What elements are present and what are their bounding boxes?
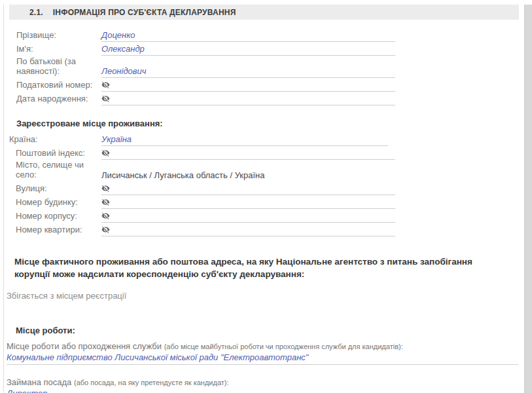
field-row-country: Країна: Україна xyxy=(7,132,519,146)
eye-slash-icon xyxy=(101,94,110,103)
field-value-hidden xyxy=(101,92,395,105)
workplace-heading: Місце роботи: xyxy=(7,326,519,336)
field-value-hidden xyxy=(101,223,395,236)
field-label: По батькові (за наявності): xyxy=(16,56,101,78)
field-row-apartment: Номер квартири: xyxy=(7,223,519,236)
section-number: 2.1. xyxy=(29,8,43,17)
subject-fields-block: Прізвище: Доценко Ім'я: Олександр По бат… xyxy=(7,28,519,105)
field-row-tax-number: Податковий номер: xyxy=(7,78,519,92)
field-row-name: Ім'я: Олександр xyxy=(7,42,519,56)
field-row-patronymic: По батькові (за наявності): Леонідович xyxy=(7,56,519,78)
section-content: 2.1. ІНФОРМАЦІЯ ПРО СУБ'ЄКТА ДЕКЛАРУВАНН… xyxy=(7,5,519,393)
employer-label: Місце роботи або проходження служби (або… xyxy=(7,341,519,351)
field-row-birth-date: Дата народження: xyxy=(7,92,519,105)
field-label: Ім'я: xyxy=(16,44,101,56)
field-label: Номер корпусу: xyxy=(16,211,101,223)
eye-slash-icon xyxy=(101,81,110,89)
employer-value: Комунальне підприємство Лисичанської міс… xyxy=(7,352,518,365)
field-value: Лисичанськ / Луганська область / Україна xyxy=(101,169,264,181)
field-label: Країна: xyxy=(9,134,101,146)
page-left-border xyxy=(3,5,4,393)
eye-slash-icon xyxy=(101,149,110,157)
field-label: Поштовий індекс: xyxy=(16,148,101,160)
field-value: Україна xyxy=(101,133,388,146)
field-value: Леонідович xyxy=(101,65,395,78)
mailing-address-statement: Місце фактичного проживання або поштова … xyxy=(14,256,510,280)
eye-slash-icon xyxy=(101,198,110,206)
declaration-subject-section: 2.1. ІНФОРМАЦІЯ ПРО СУБ'ЄКТА ДЕКЛАРУВАНН… xyxy=(0,5,532,393)
field-label: Номер будинку: xyxy=(16,197,101,209)
position-value: Директор xyxy=(7,388,518,393)
registered-residence-heading: Зареєстроване місце проживання: xyxy=(7,119,519,129)
section-header: 2.1. ІНФОРМАЦІЯ ПРО СУБ'ЄКТА ДЕКЛАРУВАНН… xyxy=(9,5,519,20)
field-row-block: Номер корпусу: xyxy=(7,209,519,223)
eye-slash-icon xyxy=(101,225,110,234)
field-label: Місто, селище чи село: xyxy=(16,160,101,181)
field-value: Доценко xyxy=(101,29,395,42)
field-value-hidden xyxy=(101,147,395,160)
field-value: Олександр xyxy=(101,43,395,56)
eye-slash-icon xyxy=(101,212,110,220)
position-label: Займана посада (або посада, на яку прете… xyxy=(7,377,519,387)
eye-slash-icon xyxy=(101,184,110,193)
mailing-address-status: Збігається з місцем реєстрації xyxy=(7,291,519,301)
field-row-postal-code: Поштовий індекс: xyxy=(7,146,519,160)
field-row-street: Вулиця: xyxy=(7,181,519,195)
section-title: ІНФОРМАЦІЯ ПРО СУБ'ЄКТА ДЕКЛАРУВАННЯ xyxy=(53,8,236,17)
field-row-building: Номер будинку: xyxy=(7,195,519,209)
residence-fields-block: Країна: Україна Поштовий індекс: Місто, … xyxy=(7,132,519,236)
field-label: Вулиця: xyxy=(16,183,101,195)
field-label: Дата народження: xyxy=(16,94,101,105)
vertical-scrollbar[interactable] xyxy=(524,5,532,393)
field-value-hidden xyxy=(101,210,395,223)
field-label: Номер квартири: xyxy=(16,225,101,236)
field-value-hidden xyxy=(101,182,395,195)
field-row-city: Місто, селище чи село: Лисичанськ / Луга… xyxy=(7,160,519,181)
field-label: Податковий номер: xyxy=(16,80,101,92)
field-value-hidden xyxy=(101,196,395,209)
field-label: Прізвище: xyxy=(16,30,101,42)
field-row-surname: Прізвище: Доценко xyxy=(7,28,519,42)
field-value-hidden xyxy=(101,79,395,92)
